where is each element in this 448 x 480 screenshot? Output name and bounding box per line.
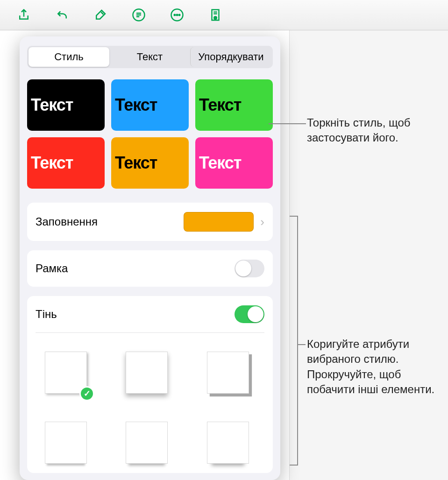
shadow-toggle[interactable] <box>235 305 264 323</box>
svg-point-6 <box>215 17 216 18</box>
callout-bracket-v <box>297 216 298 466</box>
callout-tap-style: Торкніть стиль, щоб застосувати його. <box>307 115 438 146</box>
svg-point-3 <box>177 14 178 16</box>
border-row: Рамка <box>27 250 273 287</box>
callout-bracket-top <box>290 216 298 217</box>
undo-icon[interactable] <box>52 5 72 25</box>
shadow-option-2[interactable] <box>202 347 254 398</box>
toolbar <box>0 0 448 30</box>
shadow-option-4[interactable] <box>121 417 172 468</box>
border-label: Рамка <box>36 262 235 275</box>
tab-segmented-control: Стиль Текст Упорядкувати <box>27 46 273 68</box>
check-icon: ✓ <box>79 386 94 401</box>
paragraph-icon[interactable] <box>129 5 149 25</box>
share-icon[interactable] <box>14 5 34 25</box>
paintbrush-icon[interactable] <box>91 5 110 25</box>
style-preset-2[interactable]: Текст <box>195 79 273 131</box>
format-popover: Стиль Текст Упорядкувати ТекстТекстТекст… <box>20 36 280 480</box>
svg-point-2 <box>174 14 176 16</box>
shadow-label: Тінь <box>36 308 235 321</box>
shadow-option-5[interactable] <box>202 417 254 468</box>
shadow-option-0[interactable]: ✓ <box>40 347 92 398</box>
style-preset-4[interactable]: Текст <box>111 137 189 189</box>
callout-bracket-bottom <box>290 465 298 466</box>
callout-bracket-mid <box>297 344 306 345</box>
shadow-option-3[interactable] <box>40 417 92 468</box>
callout-line <box>269 123 306 124</box>
style-preset-grid: ТекстТекстТекстТекстТекстТекст <box>27 79 273 189</box>
tab-style[interactable]: Стиль <box>28 47 109 67</box>
style-preset-1[interactable]: Текст <box>111 79 189 131</box>
fill-label: Заповнення <box>36 215 184 228</box>
callout-adjust-attrs: Коригуйте атрибути вибраного стилю. Прок… <box>307 337 442 397</box>
tab-text[interactable]: Текст <box>109 47 190 67</box>
shadow-option-1[interactable] <box>121 347 172 398</box>
tab-arrange[interactable]: Упорядкувати <box>190 47 271 67</box>
read-icon[interactable] <box>206 5 225 25</box>
shadow-option-grid: ✓ <box>27 333 273 473</box>
fill-row[interactable]: Заповнення › <box>27 203 273 241</box>
border-toggle[interactable] <box>235 260 264 277</box>
svg-point-4 <box>179 14 180 16</box>
shadow-card: Тінь ✓ <box>27 296 273 473</box>
style-preset-3[interactable]: Текст <box>27 137 105 189</box>
more-icon[interactable] <box>167 5 187 25</box>
style-preset-0[interactable]: Текст <box>27 79 105 131</box>
chevron-right-icon: › <box>260 215 264 229</box>
fill-swatch[interactable] <box>184 212 254 232</box>
style-preset-5[interactable]: Текст <box>195 137 273 189</box>
